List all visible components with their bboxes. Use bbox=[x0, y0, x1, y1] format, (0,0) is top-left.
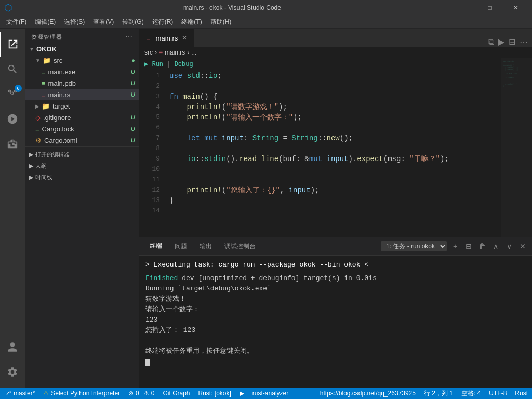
minimize-button[interactable]: ─ bbox=[452, 0, 476, 16]
menu-select[interactable]: 选择(S) bbox=[60, 17, 89, 28]
tree-src-folder[interactable]: ▼ 📁 src ● bbox=[25, 55, 139, 66]
rust-analyzer-label: rust-analyzer bbox=[252, 390, 288, 397]
encoding-label: UTF-8 bbox=[489, 390, 507, 397]
status-python-interpreter[interactable]: ⚠ Select Python Interpreter bbox=[39, 388, 124, 399]
pdb-file-icon: ≡ bbox=[42, 79, 46, 87]
status-url[interactable]: https://blog.csdp.net/qq_26373925 bbox=[316, 388, 420, 399]
tab-close-button[interactable]: ✕ bbox=[182, 34, 187, 42]
gitignore-label: .gitignore bbox=[43, 114, 71, 122]
code-line-4: println!("请数字游戏！"); bbox=[169, 102, 497, 112]
code-editor[interactable]: ▶ Run | Debug 12345 678910 11121314 use … bbox=[139, 58, 501, 237]
open-editors-section[interactable]: ▶ 打开的编辑器 bbox=[25, 149, 139, 160]
status-left: ⎇ master* ⚠ Select Python Interpreter ⊗ … bbox=[0, 388, 292, 399]
debug-link[interactable]: Debug bbox=[175, 61, 193, 68]
menu-goto[interactable]: 转到(G) bbox=[118, 17, 148, 28]
terminal-close-icon[interactable]: ✕ bbox=[517, 242, 528, 250]
menu-help[interactable]: 帮助(H) bbox=[206, 17, 236, 28]
toml-file-icon: ⚙ bbox=[35, 137, 42, 144]
run-link[interactable]: ▶ Run bbox=[144, 61, 163, 68]
status-language[interactable]: Rust bbox=[511, 388, 532, 399]
code-line-12: println!("您输入了：{}", input); bbox=[169, 185, 497, 195]
menu-edit[interactable]: 编辑(E) bbox=[31, 17, 60, 28]
status-errors-warnings[interactable]: ⊗ 0 ⚠ 0 bbox=[124, 388, 158, 399]
terminal-tab-terminal[interactable]: 终端 bbox=[143, 238, 168, 254]
activity-run[interactable] bbox=[0, 107, 25, 131]
maximize-button[interactable]: □ bbox=[478, 0, 502, 16]
status-spaces[interactable]: 空格: 4 bbox=[457, 388, 485, 399]
timeline-section[interactable]: ▶ 时间线 bbox=[25, 171, 139, 183]
activity-settings[interactable] bbox=[0, 360, 25, 384]
new-file-icon[interactable]: ⋯ bbox=[125, 33, 133, 41]
menu-file[interactable]: 文件(F) bbox=[2, 17, 31, 28]
code-line-9: io::stdin().read_line(buf: &mut input).e… bbox=[169, 154, 497, 164]
status-git-graph[interactable]: Git Graph bbox=[158, 388, 194, 399]
split-terminal-icon[interactable]: ⊟ bbox=[463, 242, 474, 250]
code-line-14 bbox=[169, 206, 497, 216]
main-exe-label: main.exe bbox=[48, 68, 76, 76]
tree-gitignore[interactable]: ◇ .gitignore U bbox=[25, 112, 139, 123]
tree-main-exe[interactable]: ≡ main.exe U bbox=[25, 66, 139, 77]
terminal-content[interactable]: > Executing task: cargo run --package ok… bbox=[139, 256, 532, 388]
split-editor-icon[interactable]: ⧉ bbox=[488, 37, 494, 47]
breadcrumb-src[interactable]: src bbox=[144, 49, 153, 56]
activity-explorer[interactable] bbox=[0, 32, 25, 57]
close-button[interactable]: ✕ bbox=[504, 0, 528, 16]
menubar: 文件(F) 编辑(E) 选择(S) 查看(V) 转到(G) 运行(R) 终端(T… bbox=[0, 16, 532, 29]
status-encoding[interactable]: UTF-8 bbox=[485, 388, 511, 399]
status-rust-okok[interactable]: Rust: [okok] bbox=[194, 388, 235, 399]
breadcrumb-filename[interactable]: main.rs bbox=[165, 49, 185, 56]
tree-cargo-lock[interactable]: ≡ Cargo.lock U bbox=[25, 123, 139, 135]
status-position[interactable]: 行 2，列 1 bbox=[420, 388, 457, 399]
git-branch-icon: ⎇ bbox=[4, 390, 11, 397]
source-control-badge: 6 bbox=[15, 85, 22, 92]
menu-view[interactable]: 查看(V) bbox=[89, 17, 118, 28]
activity-source-control[interactable]: 6 bbox=[0, 82, 25, 107]
main-pdb-label: main.pdb bbox=[48, 79, 76, 87]
outline-section[interactable]: ▶ 大纲 bbox=[25, 160, 139, 171]
language-label: Rust bbox=[515, 390, 528, 397]
status-rust-play[interactable]: ▶ bbox=[235, 388, 248, 399]
titlebar-left: ⬡ bbox=[4, 2, 12, 14]
terminal-tab-problems[interactable]: 问题 bbox=[168, 239, 193, 254]
new-terminal-icon[interactable]: + bbox=[450, 242, 460, 250]
activity-account[interactable] bbox=[0, 335, 25, 360]
activity-search[interactable] bbox=[0, 57, 25, 82]
delete-terminal-icon[interactable]: 🗑 bbox=[477, 242, 487, 250]
status-right: https://blog.csdp.net/qq_26373925 行 2，列 … bbox=[316, 388, 532, 399]
tree-main-pdb[interactable]: ≡ main.pdb U bbox=[25, 77, 139, 89]
tree-root[interactable]: ▼ OKOK bbox=[25, 43, 139, 55]
more-actions-icon[interactable]: ⋯ bbox=[520, 37, 528, 47]
split-layout-icon[interactable]: ⊟ bbox=[509, 37, 515, 47]
timeline-label: 时间线 bbox=[35, 174, 52, 181]
tree-cargo-toml[interactable]: ⚙ Cargo.toml U bbox=[25, 135, 139, 146]
menu-terminal[interactable]: 终端(T) bbox=[177, 17, 206, 28]
terminal-up-icon[interactable]: ∧ bbox=[490, 242, 501, 250]
line-content[interactable]: use std::io; fn main() { println!("请数字游戏… bbox=[165, 71, 501, 237]
separator: | bbox=[167, 61, 174, 68]
sidebar-title: 资源管理器 bbox=[31, 33, 62, 41]
window-title: main.rs - okok - Visual Studio Code bbox=[12, 4, 452, 11]
activity-extensions[interactable] bbox=[0, 131, 25, 156]
rust-ok-label: Rust: [okok] bbox=[198, 390, 231, 397]
status-branch[interactable]: ⎇ master* bbox=[0, 388, 39, 399]
menu-run[interactable]: 运行(R) bbox=[148, 17, 178, 28]
rust-play-icon: ▶ bbox=[240, 390, 244, 397]
terminal-tab-output[interactable]: 输出 bbox=[193, 239, 218, 254]
tree-main-rs[interactable]: ≡ main.rs U bbox=[25, 89, 139, 100]
terminal-cursor-line bbox=[145, 357, 526, 368]
editor-area: ≡ main.rs ✕ ⧉ ▶ ⊟ ⋯ src › ≡ main.rs › ..… bbox=[139, 29, 532, 388]
status-rust-analyzer[interactable]: rust-analyzer bbox=[248, 388, 292, 399]
vscode-logo-icon: ⬡ bbox=[4, 2, 12, 14]
tree-target-folder[interactable]: ▶ 📁 target bbox=[25, 100, 139, 112]
terminal-output-4: 您输入了： 123 bbox=[145, 325, 526, 336]
code-line-1: use std::io; bbox=[169, 71, 497, 81]
code-line-11 bbox=[169, 175, 497, 185]
task-select[interactable]: 1: 任务 - run okok bbox=[381, 241, 447, 251]
terminal-down-icon[interactable]: ∨ bbox=[504, 242, 514, 250]
terminal-panel: 终端 问题 输出 调试控制台 1: 任务 - run okok + ⊟ 🗑 ∧ … bbox=[139, 237, 532, 388]
terminal-tab-debug[interactable]: 调试控制台 bbox=[218, 239, 262, 254]
breadcrumb-symbol[interactable]: ... bbox=[191, 49, 196, 56]
tab-main-rs[interactable]: ≡ main.rs ✕ bbox=[139, 29, 194, 47]
terminal-end-msg: 终端将被任务重用，按任意键关闭。 bbox=[145, 346, 526, 356]
run-code-icon[interactable]: ▶ bbox=[498, 37, 504, 47]
